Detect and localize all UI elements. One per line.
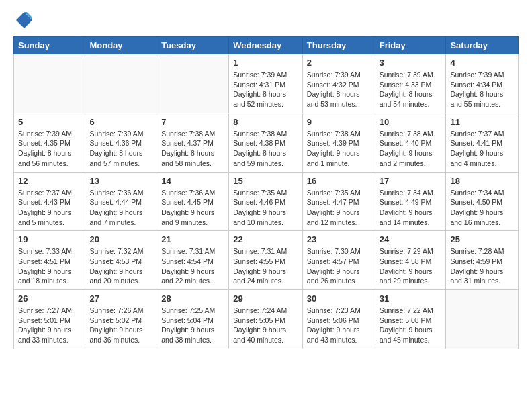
day-info: Sunrise: 7:38 AMSunset: 4:39 PMDaylight:… (307, 129, 371, 169)
day-number: 28 (161, 293, 224, 304)
day-number: 10 (380, 117, 442, 127)
calendar-cell (85, 54, 157, 113)
weekday-header-wednesday: Wednesday (229, 37, 303, 54)
calendar-cell: 2Sunrise: 7:39 AMSunset: 4:32 PMDaylight… (302, 54, 375, 113)
calendar-cell: 1Sunrise: 7:39 AMSunset: 4:31 PMDaylight… (229, 54, 303, 113)
calendar-cell: 16Sunrise: 7:35 AMSunset: 4:47 PMDayligh… (302, 172, 375, 231)
day-number: 31 (380, 293, 442, 304)
day-number: 27 (89, 293, 152, 304)
calendar-cell: 3Sunrise: 7:39 AMSunset: 4:33 PMDaylight… (375, 54, 446, 113)
calendar-cell: 27Sunrise: 7:26 AMSunset: 5:02 PMDayligh… (85, 290, 157, 349)
week-row-4: 19Sunrise: 7:33 AMSunset: 4:51 PMDayligh… (14, 231, 519, 290)
day-number: 2 (307, 58, 371, 68)
day-info: Sunrise: 7:37 AMSunset: 4:41 PMDaylight:… (450, 129, 514, 169)
day-info: Sunrise: 7:38 AMSunset: 4:38 PMDaylight:… (233, 129, 298, 169)
calendar-cell: 13Sunrise: 7:36 AMSunset: 4:44 PMDayligh… (85, 172, 157, 231)
day-info: Sunrise: 7:35 AMSunset: 4:47 PMDaylight:… (307, 188, 371, 228)
day-info: Sunrise: 7:38 AMSunset: 4:40 PMDaylight:… (380, 129, 442, 169)
day-number: 21 (161, 234, 224, 244)
calendar-cell: 30Sunrise: 7:23 AMSunset: 5:06 PMDayligh… (302, 290, 375, 349)
day-number: 7 (161, 117, 224, 127)
day-info: Sunrise: 7:37 AMSunset: 4:43 PMDaylight:… (18, 188, 81, 228)
day-number: 4 (450, 58, 514, 68)
calendar-cell: 11Sunrise: 7:37 AMSunset: 4:41 PMDayligh… (446, 113, 519, 172)
calendar-cell: 19Sunrise: 7:33 AMSunset: 4:51 PMDayligh… (14, 231, 85, 290)
day-info: Sunrise: 7:32 AMSunset: 4:53 PMDaylight:… (89, 246, 152, 286)
calendar-cell: 20Sunrise: 7:32 AMSunset: 4:53 PMDayligh… (85, 231, 157, 290)
calendar-cell: 5Sunrise: 7:39 AMSunset: 4:35 PMDaylight… (14, 113, 85, 172)
day-number: 13 (89, 176, 152, 186)
week-row-5: 26Sunrise: 7:27 AMSunset: 5:01 PMDayligh… (14, 290, 519, 349)
day-number: 11 (450, 117, 514, 127)
week-row-2: 5Sunrise: 7:39 AMSunset: 4:35 PMDaylight… (14, 113, 519, 172)
weekday-header-tuesday: Tuesday (157, 37, 229, 54)
calendar-cell (446, 290, 519, 349)
day-info: Sunrise: 7:39 AMSunset: 4:36 PMDaylight:… (89, 129, 152, 169)
day-info: Sunrise: 7:39 AMSunset: 4:31 PMDaylight:… (233, 70, 298, 109)
calendar-cell: 21Sunrise: 7:31 AMSunset: 4:54 PMDayligh… (157, 231, 229, 290)
day-info: Sunrise: 7:39 AMSunset: 4:35 PMDaylight:… (18, 129, 81, 169)
day-info: Sunrise: 7:24 AMSunset: 5:05 PMDaylight:… (233, 306, 298, 345)
day-number: 18 (450, 176, 514, 186)
calendar-cell: 17Sunrise: 7:34 AMSunset: 4:49 PMDayligh… (375, 172, 446, 231)
day-number: 26 (18, 293, 81, 304)
calendar-cell: 23Sunrise: 7:30 AMSunset: 4:57 PMDayligh… (302, 231, 375, 290)
day-info: Sunrise: 7:39 AMSunset: 4:34 PMDaylight:… (450, 70, 514, 109)
day-info: Sunrise: 7:23 AMSunset: 5:06 PMDaylight:… (307, 306, 371, 345)
calendar-cell: 22Sunrise: 7:31 AMSunset: 4:55 PMDayligh… (229, 231, 303, 290)
calendar-cell: 6Sunrise: 7:39 AMSunset: 4:36 PMDaylight… (85, 113, 157, 172)
day-number: 14 (161, 176, 224, 186)
day-info: Sunrise: 7:39 AMSunset: 4:33 PMDaylight:… (380, 70, 442, 109)
day-number: 8 (233, 117, 298, 127)
weekday-header-thursday: Thursday (302, 37, 375, 54)
day-info: Sunrise: 7:34 AMSunset: 4:49 PMDaylight:… (380, 188, 442, 228)
calendar-cell: 4Sunrise: 7:39 AMSunset: 4:34 PMDaylight… (446, 54, 519, 113)
calendar-cell: 25Sunrise: 7:28 AMSunset: 4:59 PMDayligh… (446, 231, 519, 290)
calendar-cell: 24Sunrise: 7:29 AMSunset: 4:58 PMDayligh… (375, 231, 446, 290)
weekday-header-sunday: Sunday (14, 37, 85, 54)
calendar-cell: 18Sunrise: 7:34 AMSunset: 4:50 PMDayligh… (446, 172, 519, 231)
day-number: 1 (233, 58, 298, 68)
day-number: 5 (18, 117, 81, 127)
page: SundayMondayTuesdayWednesdayThursdayFrid… (0, 0, 532, 360)
header (13, 11, 519, 30)
day-number: 15 (233, 176, 298, 186)
calendar-cell (14, 54, 85, 113)
weekday-header-row: SundayMondayTuesdayWednesdayThursdayFrid… (14, 37, 519, 54)
day-number: 17 (380, 176, 442, 186)
day-number: 16 (307, 176, 371, 186)
day-info: Sunrise: 7:26 AMSunset: 5:02 PMDaylight:… (89, 306, 152, 345)
day-number: 12 (18, 176, 81, 186)
calendar-table: SundayMondayTuesdayWednesdayThursdayFrid… (13, 36, 519, 349)
day-number: 24 (380, 234, 442, 244)
calendar-cell: 8Sunrise: 7:38 AMSunset: 4:38 PMDaylight… (229, 113, 303, 172)
day-info: Sunrise: 7:27 AMSunset: 5:01 PMDaylight:… (18, 306, 81, 345)
weekday-header-friday: Friday (375, 37, 446, 54)
day-number: 6 (89, 117, 152, 127)
day-info: Sunrise: 7:30 AMSunset: 4:57 PMDaylight:… (307, 246, 371, 286)
calendar-cell: 10Sunrise: 7:38 AMSunset: 4:40 PMDayligh… (375, 113, 446, 172)
day-info: Sunrise: 7:39 AMSunset: 4:32 PMDaylight:… (307, 70, 371, 109)
day-number: 30 (307, 293, 371, 304)
day-number: 29 (233, 293, 298, 304)
calendar-cell: 26Sunrise: 7:27 AMSunset: 5:01 PMDayligh… (14, 290, 85, 349)
weekday-header-monday: Monday (85, 37, 157, 54)
calendar-cell: 7Sunrise: 7:38 AMSunset: 4:37 PMDaylight… (157, 113, 229, 172)
logo (13, 11, 34, 30)
day-number: 25 (450, 234, 514, 244)
day-info: Sunrise: 7:31 AMSunset: 4:55 PMDaylight:… (233, 246, 298, 286)
day-number: 3 (380, 58, 442, 68)
day-info: Sunrise: 7:34 AMSunset: 4:50 PMDaylight:… (450, 188, 514, 228)
day-info: Sunrise: 7:35 AMSunset: 4:46 PMDaylight:… (233, 188, 298, 228)
day-number: 23 (307, 234, 371, 244)
calendar-cell: 9Sunrise: 7:38 AMSunset: 4:39 PMDaylight… (302, 113, 375, 172)
day-info: Sunrise: 7:36 AMSunset: 4:44 PMDaylight:… (89, 188, 152, 228)
day-info: Sunrise: 7:28 AMSunset: 4:59 PMDaylight:… (450, 246, 514, 286)
day-info: Sunrise: 7:36 AMSunset: 4:45 PMDaylight:… (161, 188, 224, 228)
day-number: 9 (307, 117, 371, 127)
calendar-cell: 28Sunrise: 7:25 AMSunset: 5:04 PMDayligh… (157, 290, 229, 349)
weekday-header-saturday: Saturday (446, 37, 519, 54)
day-info: Sunrise: 7:31 AMSunset: 4:54 PMDaylight:… (161, 246, 224, 286)
day-number: 19 (18, 234, 81, 244)
calendar-cell: 15Sunrise: 7:35 AMSunset: 4:46 PMDayligh… (229, 172, 303, 231)
